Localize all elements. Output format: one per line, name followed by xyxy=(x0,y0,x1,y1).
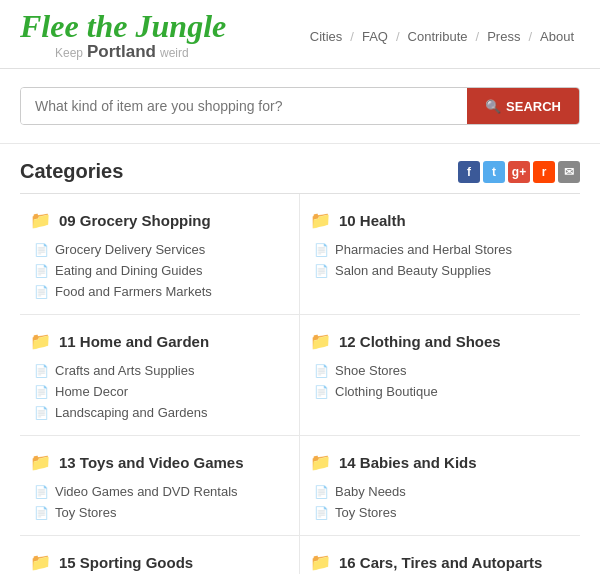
folder-icon: 📁 xyxy=(30,210,51,231)
list-item: 📄Baby Needs xyxy=(314,481,570,502)
category-link[interactable]: Shoe Stores xyxy=(335,363,407,378)
category-items: 📄Shoe Stores📄Clothing Boutique xyxy=(310,360,570,402)
list-item: 📄Toy Stores xyxy=(314,502,570,523)
category-link[interactable]: Crafts and Arts Supplies xyxy=(55,363,194,378)
folder-icon: 📁 xyxy=(30,552,51,573)
category-name: 13 Toys and Video Games xyxy=(59,454,244,471)
category-name: 14 Babies and Kids xyxy=(339,454,477,471)
category-title[interactable]: 📁09 Grocery Shopping xyxy=(30,210,289,231)
category-name: 16 Cars, Tires and Autoparts xyxy=(339,554,542,571)
categories-grid: 📁09 Grocery Shopping📄Grocery Delivery Se… xyxy=(20,193,580,574)
category-name: 11 Home and Garden xyxy=(59,333,209,350)
doc-icon: 📄 xyxy=(314,506,329,520)
search-area: 🔍 SEARCH xyxy=(0,69,600,144)
folder-icon: 📁 xyxy=(310,452,331,473)
category-link[interactable]: Baby Needs xyxy=(335,484,406,499)
search-input[interactable] xyxy=(21,88,467,124)
logo-weird: weird xyxy=(160,46,189,60)
category-link[interactable]: Toy Stores xyxy=(335,505,396,520)
twitter-icon[interactable]: t xyxy=(483,161,505,183)
reddit-icon[interactable]: r xyxy=(533,161,555,183)
category-title[interactable]: 📁11 Home and Garden xyxy=(30,331,289,352)
category-items: 📄Video Games and DVD Rentals📄Toy Stores xyxy=(30,481,289,523)
logo-area: Flee the Jungle Keep Portland weird xyxy=(20,10,226,62)
category-title[interactable]: 📁10 Health xyxy=(310,210,570,231)
email-icon[interactable]: ✉ xyxy=(558,161,580,183)
category-title[interactable]: 📁16 Cars, Tires and Autoparts xyxy=(310,552,570,573)
nav-faq[interactable]: FAQ xyxy=(356,29,394,44)
logo-sub: Keep Portland weird xyxy=(20,42,226,62)
folder-icon: 📁 xyxy=(310,210,331,231)
category-title[interactable]: 📁14 Babies and Kids xyxy=(310,452,570,473)
folder-icon: 📁 xyxy=(310,331,331,352)
category-name: 12 Clothing and Shoes xyxy=(339,333,501,350)
doc-icon: 📄 xyxy=(34,385,49,399)
categories-header: Categories f t g+ r ✉ xyxy=(20,160,580,183)
category-title[interactable]: 📁15 Sporting Goods xyxy=(30,552,289,573)
doc-icon: 📄 xyxy=(314,385,329,399)
category-block-13: 📁13 Toys and Video Games📄Video Games and… xyxy=(20,436,300,536)
list-item: 📄Video Games and DVD Rentals xyxy=(34,481,289,502)
list-item: 📄Landscaping and Gardens xyxy=(34,402,289,423)
googleplus-icon[interactable]: g+ xyxy=(508,161,530,183)
facebook-icon[interactable]: f xyxy=(458,161,480,183)
category-link[interactable]: Salon and Beauty Supplies xyxy=(335,263,491,278)
category-name: 09 Grocery Shopping xyxy=(59,212,211,229)
logo-text: Flee the Jungle xyxy=(20,8,226,44)
category-block-09: 📁09 Grocery Shopping📄Grocery Delivery Se… xyxy=(20,194,300,315)
categories-title: Categories xyxy=(20,160,123,183)
nav-sep-4: / xyxy=(528,29,532,44)
category-link[interactable]: Pharmacies and Herbal Stores xyxy=(335,242,512,257)
list-item: 📄Pharmacies and Herbal Stores xyxy=(314,239,570,260)
category-block-14: 📁14 Babies and Kids📄Baby Needs📄Toy Store… xyxy=(300,436,580,536)
category-link[interactable]: Eating and Dining Guides xyxy=(55,263,202,278)
list-item: 📄Grocery Delivery Services xyxy=(34,239,289,260)
logo-keep: Keep xyxy=(55,46,83,60)
list-item: 📄Shoe Stores xyxy=(314,360,570,381)
doc-icon: 📄 xyxy=(34,406,49,420)
nav-contribute[interactable]: Contribute xyxy=(402,29,474,44)
list-item: 📄Clothing Boutique xyxy=(314,381,570,402)
doc-icon: 📄 xyxy=(314,243,329,257)
category-block-11: 📁11 Home and Garden📄Crafts and Arts Supp… xyxy=(20,315,300,436)
category-block-12: 📁12 Clothing and Shoes📄Shoe Stores📄Cloth… xyxy=(300,315,580,436)
nav-sep-1: / xyxy=(350,29,354,44)
doc-icon: 📄 xyxy=(314,364,329,378)
category-link[interactable]: Landscaping and Gardens xyxy=(55,405,208,420)
nav-cities[interactable]: Cities xyxy=(304,29,349,44)
list-item: 📄Food and Farmers Markets xyxy=(34,281,289,302)
nav-sep-2: / xyxy=(396,29,400,44)
doc-icon: 📄 xyxy=(34,285,49,299)
category-link[interactable]: Food and Farmers Markets xyxy=(55,284,212,299)
doc-icon: 📄 xyxy=(34,243,49,257)
category-link[interactable]: Clothing Boutique xyxy=(335,384,438,399)
category-link[interactable]: Toy Stores xyxy=(55,505,116,520)
category-title[interactable]: 📁13 Toys and Video Games xyxy=(30,452,289,473)
folder-icon: 📁 xyxy=(30,452,51,473)
doc-icon: 📄 xyxy=(314,485,329,499)
search-icon: 🔍 xyxy=(485,99,501,114)
category-link[interactable]: Home Decor xyxy=(55,384,128,399)
category-link[interactable]: Grocery Delivery Services xyxy=(55,242,205,257)
search-box: 🔍 SEARCH xyxy=(20,87,580,125)
category-block-15: 📁15 Sporting Goods📄Sporting Goods, Campi… xyxy=(20,536,300,574)
category-link[interactable]: Video Games and DVD Rentals xyxy=(55,484,238,499)
nav-sep-3: / xyxy=(476,29,480,44)
categories-section: Categories f t g+ r ✉ 📁09 Grocery Shoppi… xyxy=(0,144,600,574)
list-item: 📄Salon and Beauty Supplies xyxy=(314,260,570,281)
category-title[interactable]: 📁12 Clothing and Shoes xyxy=(310,331,570,352)
folder-icon: 📁 xyxy=(310,552,331,573)
category-block-10: 📁10 Health📄Pharmacies and Herbal Stores📄… xyxy=(300,194,580,315)
logo[interactable]: Flee the Jungle xyxy=(20,10,226,42)
category-name: 10 Health xyxy=(339,212,406,229)
doc-icon: 📄 xyxy=(314,264,329,278)
list-item: 📄Crafts and Arts Supplies xyxy=(34,360,289,381)
category-items: 📄Grocery Delivery Services📄Eating and Di… xyxy=(30,239,289,302)
nav-press[interactable]: Press xyxy=(481,29,526,44)
list-item: 📄Home Decor xyxy=(34,381,289,402)
social-icons: f t g+ r ✉ xyxy=(458,161,580,183)
nav-about[interactable]: About xyxy=(534,29,580,44)
logo-city: Portland xyxy=(87,42,156,62)
search-button[interactable]: 🔍 SEARCH xyxy=(467,88,579,124)
category-items: 📄Pharmacies and Herbal Stores📄Salon and … xyxy=(310,239,570,281)
